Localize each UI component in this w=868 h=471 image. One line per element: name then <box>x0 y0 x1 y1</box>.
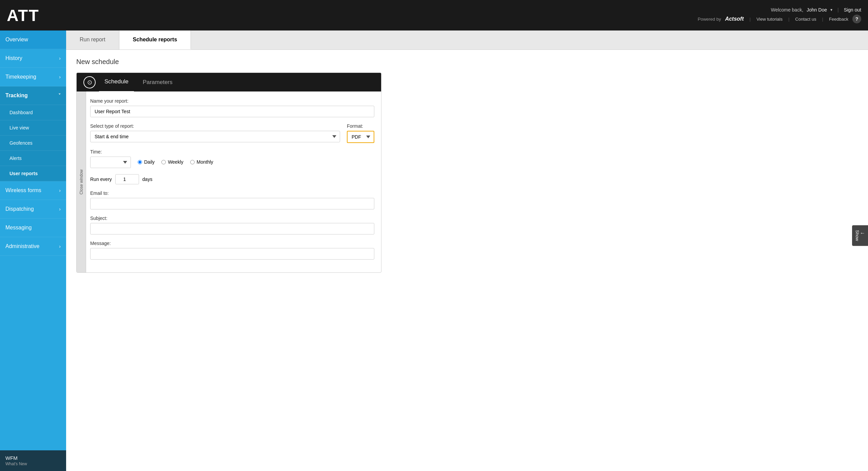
email-group: Email to: <box>90 190 374 209</box>
app-logo: ATT <box>7 6 39 25</box>
report-type-col: Select type of report: Start & end time … <box>90 123 340 142</box>
time-row: Time: 12:00 AM 6:00 AM 8:00 AM 12:00 PM <box>90 149 374 168</box>
close-window-text: Close window <box>79 169 84 194</box>
report-type-label: Select type of report: <box>90 123 340 129</box>
message-input[interactable] <box>90 248 374 260</box>
chevron-right-icon: › <box>59 188 61 193</box>
powered-by-text: Powered by <box>698 17 721 22</box>
sidebar-item-alerts[interactable]: Alerts <box>0 151 66 166</box>
report-type-select[interactable]: Start & end time Miles driven Speeding I… <box>90 131 340 142</box>
sidebar-item-history[interactable]: History › <box>0 49 66 68</box>
header: ATT Welcome back, John Doe ▾ | Sign out … <box>0 0 868 30</box>
monthly-radio-label[interactable]: Monthly <box>190 159 213 165</box>
schedule-panel: ⊙ Schedule Parameters Close window Name … <box>76 73 381 273</box>
time-select[interactable]: 12:00 AM 6:00 AM 8:00 AM 12:00 PM <box>90 157 131 168</box>
email-label: Email to: <box>90 190 374 196</box>
panel-tab-parameters[interactable]: Parameters <box>137 73 178 92</box>
welcome-text: Welcome back, <box>771 7 803 13</box>
chevron-right-icon: › <box>59 56 61 61</box>
run-every-text: Run every <box>90 177 112 182</box>
run-every-unit: days <box>142 177 153 182</box>
sign-out-link[interactable]: Sign out <box>844 7 861 13</box>
daily-radio[interactable] <box>138 160 142 164</box>
sidebar-item-user-reports[interactable]: User reports <box>0 166 66 181</box>
panel-header: ⊙ Schedule Parameters <box>77 73 381 91</box>
sidebar-bottom[interactable]: WFM What's New <box>0 450 66 471</box>
frequency-radio-group: Daily Weekly Monthly <box>138 159 213 165</box>
time-group: Time: 12:00 AM 6:00 AM 8:00 AM 12:00 PM <box>90 149 131 168</box>
user-dropdown-icon[interactable]: ▾ <box>830 7 832 12</box>
page-title: New schedule <box>76 58 858 66</box>
sidebar-administrative-label: Administrative <box>5 243 39 249</box>
subject-label: Subject: <box>90 216 374 221</box>
whats-new-label: What's New <box>5 462 61 466</box>
report-name-label: Name your report: <box>90 98 374 104</box>
sidebar: Overview History › Timekeeping › Trackin… <box>0 30 66 471</box>
header-right: Welcome back, John Doe ▾ | Sign out Powe… <box>698 7 861 23</box>
run-every-input[interactable] <box>115 174 139 184</box>
chevron-down-icon: ˅ <box>58 93 61 98</box>
sidebar-item-live-view[interactable]: Live view <box>0 120 66 136</box>
actsoft-logo: Actsoft <box>725 16 744 22</box>
sidebar-history-label: History <box>5 55 22 61</box>
message-label: Message: <box>90 241 374 246</box>
weekly-radio[interactable] <box>161 160 166 164</box>
show-label: Show <box>855 230 860 241</box>
chevron-right-icon: › <box>59 206 61 212</box>
sidebar-item-overview[interactable]: Overview <box>0 30 66 49</box>
user-name: John Doe <box>807 7 827 13</box>
report-name-input[interactable] <box>90 106 374 117</box>
help-button[interactable]: ? <box>852 15 861 23</box>
sidebar-item-geofences[interactable]: Geofences <box>0 136 66 151</box>
format-select[interactable]: PDF Excel CSV <box>347 131 374 143</box>
content-area: Run report Schedule reports New schedule… <box>66 30 868 471</box>
close-window-strip[interactable]: Close window <box>77 91 86 272</box>
subject-group: Subject: <box>90 216 374 234</box>
subject-input[interactable] <box>90 223 374 234</box>
chevron-right-icon: › <box>59 74 61 80</box>
chevron-right-icon: › <box>59 244 61 249</box>
header-top-row: Welcome back, John Doe ▾ | Sign out <box>771 7 861 13</box>
tab-run-report[interactable]: Run report <box>66 30 119 49</box>
panel-icon: ⊙ <box>83 76 96 88</box>
sidebar-tracking-section: Dashboard Live view Geofences Alerts Use… <box>0 105 66 181</box>
time-label: Time: <box>90 149 131 155</box>
view-tutorials-link[interactable]: View tutorials <box>756 17 783 22</box>
main-layout: Overview History › Timekeeping › Trackin… <box>0 30 868 471</box>
sidebar-item-messaging[interactable]: Messaging <box>0 219 66 237</box>
sidebar-item-tracking[interactable]: Tracking ˅ <box>0 86 66 105</box>
sidebar-item-dispatching[interactable]: Dispatching › <box>0 200 66 219</box>
sidebar-timekeeping-label: Timekeeping <box>5 74 36 80</box>
feedback-link[interactable]: Feedback <box>829 17 848 22</box>
show-panel-toggle[interactable]: ← Show <box>852 225 868 246</box>
report-name-group: Name your report: <box>90 98 374 117</box>
panel-tab-schedule[interactable]: Schedule <box>99 73 134 92</box>
sidebar-item-wireless-forms[interactable]: Wireless forms › <box>0 181 66 200</box>
monthly-radio[interactable] <box>190 160 195 164</box>
run-every-row: Run every days <box>90 174 374 184</box>
page-content: New schedule ⊙ Schedule Parameters Close… <box>66 50 868 471</box>
sidebar-messaging-label: Messaging <box>5 225 32 231</box>
sidebar-item-administrative[interactable]: Administrative › <box>0 237 66 256</box>
sidebar-tracking-label: Tracking <box>5 93 28 99</box>
tab-schedule-reports[interactable]: Schedule reports <box>119 30 191 49</box>
header-bottom-row: Powered by Actsoft | View tutorials | Co… <box>698 15 861 23</box>
monthly-label: Monthly <box>197 159 213 165</box>
type-format-row: Select type of report: Start & end time … <box>90 123 374 143</box>
sidebar-dispatching-label: Dispatching <box>5 206 34 212</box>
daily-label: Daily <box>144 159 155 165</box>
sidebar-wireless-forms-label: Wireless forms <box>5 187 41 193</box>
weekly-radio-label[interactable]: Weekly <box>161 159 183 165</box>
wfm-label: WFM <box>5 455 61 461</box>
daily-radio-label[interactable]: Daily <box>138 159 155 165</box>
sidebar-item-timekeeping[interactable]: Timekeeping › <box>0 68 66 86</box>
sidebar-overview-label: Overview <box>5 37 28 43</box>
format-col: Format: PDF Excel CSV <box>347 123 374 143</box>
sidebar-item-dashboard[interactable]: Dashboard <box>0 105 66 120</box>
tabs-bar: Run report Schedule reports <box>66 30 868 50</box>
email-input[interactable] <box>90 198 374 209</box>
weekly-label: Weekly <box>168 159 183 165</box>
message-group: Message: <box>90 241 374 260</box>
contact-us-link[interactable]: Contact us <box>795 17 816 22</box>
back-arrow-icon: ← <box>860 230 865 236</box>
